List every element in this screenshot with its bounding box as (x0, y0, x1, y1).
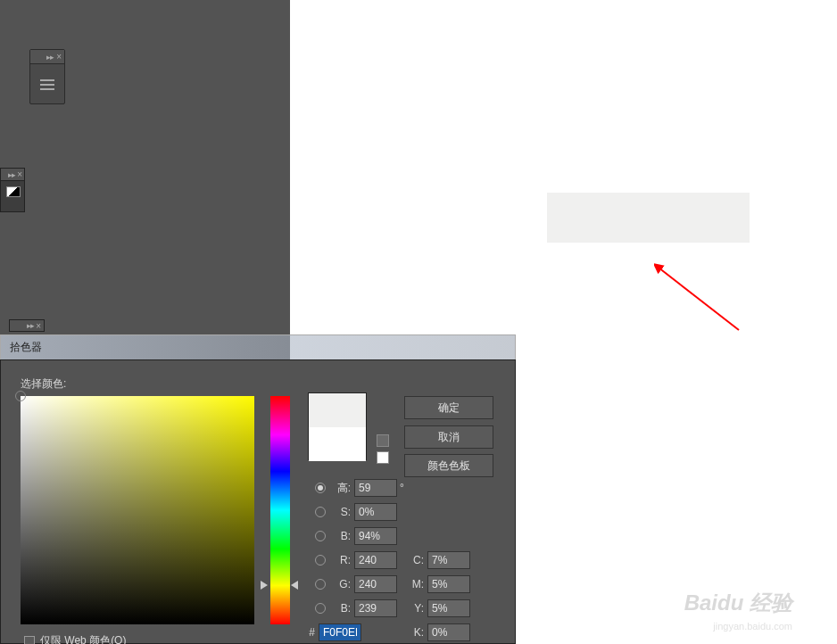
color-picker-dialog: 选择颜色: 确定 取消 颜色色板 高: ° S: B: R: G: (0, 359, 516, 644)
yellow-input[interactable] (427, 599, 470, 617)
magenta-row: M: (404, 574, 470, 594)
green-label: G: (331, 578, 351, 590)
hue-radio[interactable] (315, 483, 326, 493)
red-label: R: (331, 554, 351, 566)
brightness-input[interactable] (354, 527, 397, 545)
yellow-label: Y: (404, 602, 424, 615)
black-input[interactable] (427, 623, 470, 641)
web-only-checkbox[interactable] (24, 636, 35, 645)
cyan-input[interactable] (427, 551, 470, 569)
color-swatch (308, 392, 367, 460)
gradient-swatch-icon[interactable] (6, 186, 21, 197)
hex-input[interactable] (319, 623, 361, 641)
cube-icon[interactable] (377, 434, 389, 447)
hex-label: # (304, 626, 315, 639)
select-color-label: 选择颜色: (21, 376, 66, 392)
ok-button[interactable]: 确定 (404, 396, 493, 419)
color-field[interactable] (21, 396, 254, 624)
blue-radio[interactable] (315, 603, 326, 614)
collapsed-panel-tab[interactable]: ▸▸ × (9, 319, 45, 332)
green-row: G: (315, 574, 397, 594)
hue-input[interactable] (354, 479, 397, 497)
close-icon[interactable]: × (56, 52, 62, 62)
hue-unit: ° (400, 482, 410, 494)
close-icon[interactable]: × (17, 169, 22, 179)
panel-tab[interactable]: ▸▸ × (30, 50, 64, 64)
red-radio[interactable] (315, 555, 326, 566)
hue-slider[interactable] (270, 396, 290, 624)
web-only-label: 仅限 Web 颜色(O) (40, 633, 126, 644)
red-input[interactable] (354, 551, 397, 569)
close-icon[interactable]: × (36, 321, 41, 331)
saturation-row: S: (315, 502, 397, 522)
brightness-radio[interactable] (315, 531, 326, 541)
cyan-label: C: (404, 554, 424, 566)
dialog-title: 拾色器 (10, 340, 42, 355)
collapse-icon: ▸▸ (8, 170, 15, 179)
red-row: R: (315, 550, 397, 570)
green-input[interactable] (354, 575, 397, 593)
cancel-button[interactable]: 取消 (404, 425, 493, 449)
web-only-row: 仅限 Web 颜色(O) (24, 633, 126, 644)
hue-row: 高: ° (315, 478, 410, 498)
saturation-input[interactable] (354, 503, 397, 521)
new-color (309, 393, 366, 427)
black-row: K: (404, 623, 470, 642)
current-color[interactable] (309, 427, 366, 461)
saturation-radio[interactable] (315, 507, 326, 517)
blue-input[interactable] (354, 599, 397, 617)
green-radio[interactable] (315, 579, 326, 590)
safe-color-swatch[interactable] (377, 451, 389, 464)
panel-header[interactable]: ▸▸ × (1, 169, 24, 181)
hue-label: 高: (331, 481, 351, 496)
brightness-label: B: (331, 530, 351, 542)
sample-rect (547, 193, 750, 243)
cyan-row: C: (404, 550, 470, 570)
magenta-input[interactable] (427, 575, 470, 593)
docked-panel[interactable]: ▸▸ × (0, 168, 25, 212)
magenta-label: M: (404, 578, 424, 590)
dialog-titlebar[interactable]: 拾色器 (0, 334, 516, 359)
blue-row: B: (315, 599, 397, 618)
menu-icon[interactable] (30, 64, 64, 105)
black-label: K: (404, 626, 424, 639)
saturation-label: S: (331, 506, 351, 518)
hue-pointer-right[interactable] (291, 581, 298, 590)
yellow-row: Y: (404, 599, 470, 618)
hue-pointer-left[interactable] (261, 581, 268, 590)
blue-label: B: (331, 602, 351, 615)
color-cursor[interactable] (15, 391, 26, 401)
collapse-icon: ▸▸ (46, 53, 54, 62)
hex-row: # (304, 623, 361, 642)
color-library-button[interactable]: 颜色色板 (404, 454, 493, 477)
brightness-row: B: (315, 526, 397, 546)
collapse-icon: ▸▸ (27, 321, 34, 330)
floating-panel[interactable]: ▸▸ × (29, 49, 65, 104)
